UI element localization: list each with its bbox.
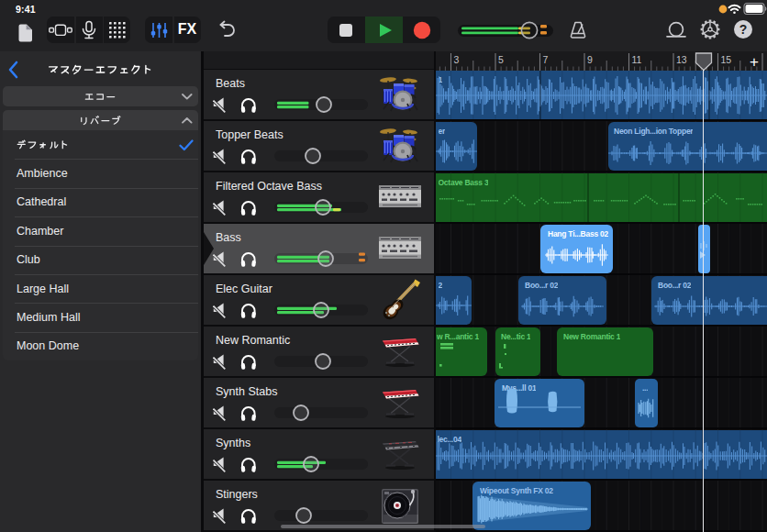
svg-text:7: 7 (543, 54, 549, 65)
svg-text:11: 11 (632, 54, 642, 65)
svg-text:9: 9 (587, 54, 593, 65)
svg-text:13: 13 (676, 54, 687, 65)
svg-text:15: 15 (721, 54, 732, 65)
svg-text:3: 3 (454, 54, 460, 65)
svg-text:5: 5 (498, 54, 504, 65)
